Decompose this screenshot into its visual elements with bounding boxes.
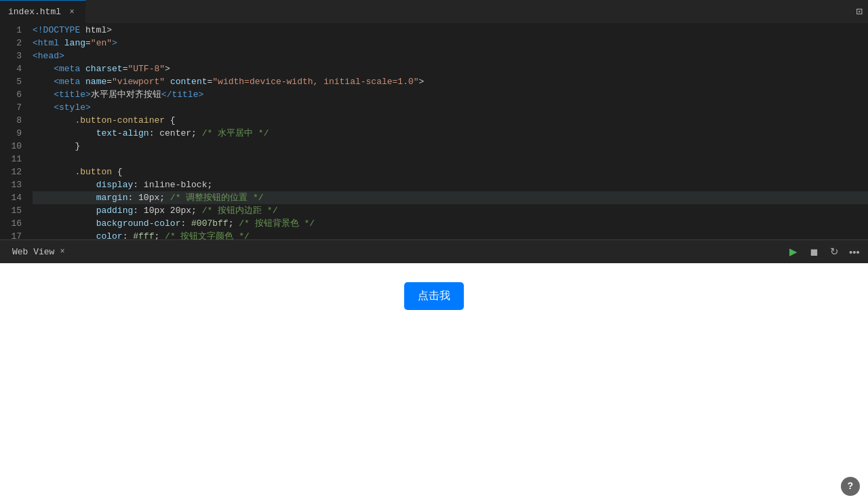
- code-container: 123456789101112131415161718192021 <!DOCT…: [0, 24, 868, 239]
- line-numbers: 123456789101112131415161718192021: [0, 24, 27, 239]
- bottom-bar: Web View × ▶ ⏹ ↻ •••: [0, 239, 868, 263]
- code-line: .button {: [33, 166, 868, 178]
- code-line: text-align: center; /* 水平居中 */: [33, 127, 868, 140]
- code-line: padding: 10px 20px; /* 按钮内边距 */: [33, 204, 868, 217]
- preview-button[interactable]: 点击我: [404, 282, 464, 310]
- bottom-actions: ▶ ⏹ ↻ •••: [785, 244, 863, 260]
- code-line: [33, 153, 868, 166]
- code-line: <meta charset="UTF-8">: [33, 62, 868, 75]
- more-button[interactable]: •••: [846, 244, 863, 260]
- editor-tab[interactable]: index.html ×: [0, 0, 86, 23]
- webview-tab[interactable]: Web View ×: [5, 240, 72, 263]
- tab-close-button[interactable]: ×: [66, 7, 77, 18]
- code-line: }: [33, 140, 868, 153]
- code-line: color: #fff; /* 按钮文字颜色 */: [33, 230, 868, 239]
- code-line: <meta name="viewport" content="width=dev…: [33, 75, 868, 88]
- help-button[interactable]: ?: [841, 477, 860, 496]
- editor-area: 123456789101112131415161718192021 <!DOCT…: [0, 24, 868, 239]
- preview-area: 点击我: [0, 263, 868, 504]
- code-line: .button-container {: [33, 114, 868, 127]
- code-line: <head>: [33, 50, 868, 62]
- run-button[interactable]: ▶: [785, 244, 802, 260]
- stop-button[interactable]: ⏹: [806, 244, 822, 260]
- code-line: <title>水平居中对齐按钮</title>: [33, 88, 868, 101]
- code-line: display: inline-block;: [33, 178, 868, 191]
- webview-tab-close[interactable]: ×: [60, 247, 64, 256]
- code-line: <style>: [33, 101, 868, 114]
- tab-bar: index.html × ⊡: [0, 0, 868, 24]
- refresh-button[interactable]: ↻: [826, 244, 842, 260]
- tab-filename: index.html: [8, 7, 61, 17]
- code-line: margin: 10px; /* 调整按钮的位置 */: [33, 191, 868, 204]
- code-line: <!DOCTYPE html>: [33, 24, 868, 37]
- webview-tab-label: Web View: [12, 247, 54, 257]
- code-lines[interactable]: <!DOCTYPE html><html lang="en"><head> <m…: [27, 24, 868, 239]
- layout-icon[interactable]: ⊡: [856, 5, 863, 18]
- code-line: background-color: #007bff; /* 按钮背景色 */: [33, 217, 868, 230]
- code-line: <html lang="en">: [33, 37, 868, 50]
